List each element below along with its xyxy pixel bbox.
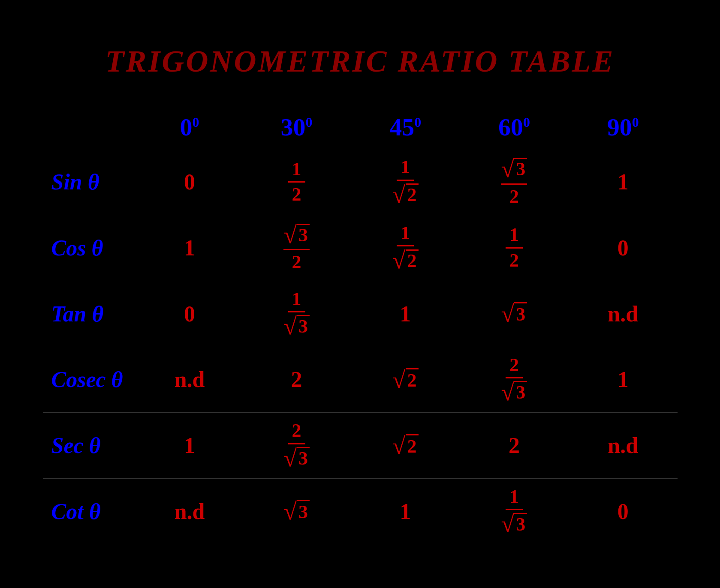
cot-30: √3 xyxy=(283,499,310,523)
cosec-0: n.d xyxy=(175,367,205,392)
cot-60: 1 √3 xyxy=(501,486,527,537)
cosec-30: 2 xyxy=(291,367,302,392)
header-30deg: 300 xyxy=(242,105,351,149)
cot-label: Cot θ xyxy=(51,499,101,524)
row-tan: Tan θ 0 1 √3 1 √3 n.d xyxy=(43,281,678,347)
tan-label: Tan θ xyxy=(51,302,104,326)
tan-0: 0 xyxy=(184,302,195,326)
row-cosec: Cosec θ n.d 2 √2 2 √3 1 xyxy=(43,347,678,413)
row-sin: Sin θ 0 1 2 1 √2 xyxy=(43,149,678,215)
cos-0: 1 xyxy=(184,236,195,260)
tan-30: 1 √3 xyxy=(283,289,310,339)
main-container: TRIGONOMETRIC RATIO TABLE 00 300 450 600… xyxy=(17,27,703,561)
cosec-label: Cosec θ xyxy=(51,367,123,392)
sin-label: Sin θ xyxy=(51,170,99,194)
sec-label: Sec θ xyxy=(51,433,101,458)
tan-45: 1 xyxy=(400,302,411,326)
row-cot: Cot θ n.d √3 1 1 √3 0 xyxy=(43,478,678,544)
cosec-90: 1 xyxy=(618,367,629,392)
header-60deg: 600 xyxy=(460,105,569,149)
header-45deg: 450 xyxy=(351,105,460,149)
cot-45: 1 xyxy=(400,499,411,524)
cos-45: 1 √2 xyxy=(392,223,419,273)
cosec-60: 2 √3 xyxy=(501,355,527,405)
cosec-45: √2 xyxy=(392,368,419,392)
sec-30: 2 √3 xyxy=(283,420,310,471)
sec-60: 2 xyxy=(509,433,520,458)
tan-90: n.d xyxy=(608,302,638,326)
sin-90: 1 xyxy=(618,170,629,194)
sin-30: 1 2 xyxy=(288,159,305,205)
header-0deg: 00 xyxy=(137,105,242,149)
row-cos: Cos θ 1 √3 2 1 √2 xyxy=(43,215,678,281)
sec-0: 1 xyxy=(184,433,195,458)
cos-30: √3 2 xyxy=(283,223,310,273)
cos-label: Cos θ xyxy=(51,236,103,260)
header-90deg: 900 xyxy=(569,105,678,149)
sin-45: 1 √2 xyxy=(392,157,419,207)
page-title: TRIGONOMETRIC RATIO TABLE xyxy=(43,44,678,79)
cos-90: 0 xyxy=(618,236,629,260)
row-sec: Sec θ 1 2 √3 √2 2 n.d xyxy=(43,412,678,478)
cot-0: n.d xyxy=(175,499,205,524)
sec-45: √2 xyxy=(392,434,419,458)
sin-60: √3 2 xyxy=(501,157,527,207)
sec-90: n.d xyxy=(608,433,638,458)
cos-60: 1 2 xyxy=(506,225,523,271)
sin-0: 0 xyxy=(184,170,195,194)
tan-60: √3 xyxy=(501,302,527,326)
header-empty xyxy=(43,105,137,149)
trig-table: 00 300 450 600 900 Sin θ xyxy=(43,105,678,544)
cot-90: 0 xyxy=(618,499,629,524)
